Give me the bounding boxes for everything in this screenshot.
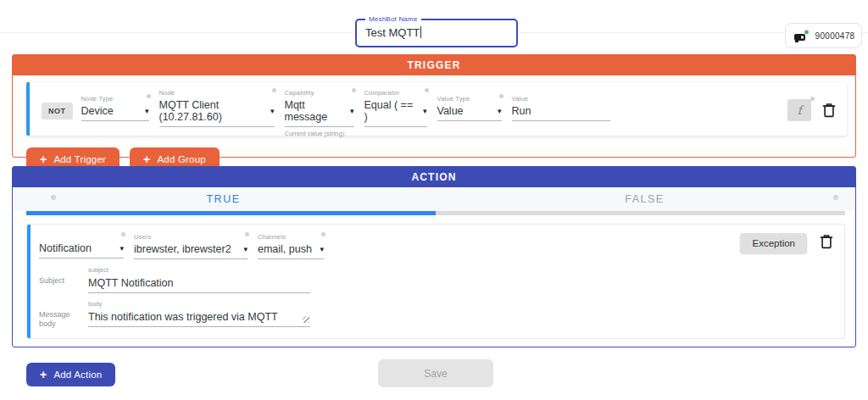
- tab-indicator-track: [26, 211, 845, 215]
- true-progress-fill: [26, 211, 436, 215]
- exception-button[interactable]: Exception: [740, 233, 807, 253]
- subject-row: Subject subject MQTT Notification: [39, 266, 310, 293]
- chevron-down-icon: ▾: [120, 245, 124, 253]
- hub-icon: [793, 29, 810, 43]
- add-action-button[interactable]: + Add Action: [26, 363, 115, 386]
- info-dot-icon: [321, 232, 326, 236]
- action-row-top: Notification▾ Users ibrewster, ibrewster…: [39, 231, 834, 259]
- channels-value: email, push: [258, 243, 312, 255]
- resize-handle-icon[interactable]: [303, 316, 309, 323]
- comparator-select[interactable]: Comparator Equal ( == )▾: [364, 89, 427, 127]
- trigger-row: NOT Node Type Device▾ Node MQTT Client (…: [26, 82, 847, 136]
- chevron-down-icon: ▾: [320, 246, 324, 253]
- body-row: Message body body This notification was …: [39, 300, 310, 330]
- subject-input[interactable]: subject MQTT Notification: [88, 266, 310, 293]
- body-value: This notification was triggered via MQTT: [88, 311, 278, 323]
- function-button[interactable]: f: [787, 99, 811, 121]
- plus-icon: +: [143, 153, 150, 165]
- chevron-down-icon: ▾: [350, 108, 354, 115]
- chevron-down-icon: ▾: [270, 108, 275, 115]
- info-dot-icon: [425, 88, 429, 92]
- node-value: MQTT Client (10.27.81.60): [159, 99, 265, 123]
- capability-value: Mqtt message: [285, 99, 345, 123]
- plus-icon: +: [40, 153, 47, 165]
- trash-icon: [819, 233, 834, 250]
- action-section-header: ACTION: [13, 167, 855, 187]
- meshbot-name-value: Test MQTT: [365, 26, 420, 39]
- info-dot-icon: [352, 88, 356, 92]
- trigger-section-header: TRIGGER: [13, 55, 855, 75]
- chevron-down-icon: ▾: [423, 108, 427, 115]
- trash-icon: [821, 102, 837, 119]
- plus-icon: +: [40, 369, 47, 381]
- controller-serial: 90000478: [815, 31, 855, 41]
- text-cursor: [420, 26, 421, 38]
- subject-side-label: Subject: [39, 266, 78, 293]
- action-row-accent-bar: [27, 225, 31, 338]
- not-toggle-button[interactable]: NOT: [42, 103, 73, 119]
- info-dot-icon: [51, 195, 56, 200]
- tab-true[interactable]: TRUE: [13, 187, 434, 211]
- action-type-value: Notification: [39, 242, 92, 254]
- info-dot-icon: [245, 232, 249, 236]
- current-value-hint: Current value (string):: [285, 130, 347, 137]
- info-dot-icon: [121, 232, 125, 236]
- node-select[interactable]: Node MQTT Client (10.27.81.60)▾: [159, 89, 275, 127]
- save-button[interactable]: Save: [378, 359, 493, 387]
- channels-select[interactable]: Channels email, push▾: [258, 233, 324, 259]
- value-input[interactable]: Value Run: [512, 95, 610, 121]
- value-type-value: Value: [437, 105, 464, 117]
- info-dot-icon: [147, 94, 151, 98]
- action-tabs: TRUE FALSE: [13, 187, 855, 211]
- info-dot-icon: [810, 97, 815, 101]
- trigger-row-accent-bar: [26, 82, 30, 136]
- info-dot-icon: [272, 88, 276, 92]
- chevron-down-icon: ▾: [498, 108, 502, 115]
- subject-value: MQTT Notification: [88, 277, 310, 293]
- capability-select[interactable]: Capability Mqtt message▾ Current value (…: [285, 89, 354, 127]
- meshbot-name-input[interactable]: MeshBot Name Test MQTT: [355, 19, 518, 47]
- action-row: Notification▾ Users ibrewster, ibrewster…: [26, 224, 845, 339]
- chevron-down-icon: ▾: [145, 108, 149, 115]
- delete-trigger-button[interactable]: [821, 102, 837, 119]
- trigger-section: TRIGGER NOT Node Type Device▾ Node MQTT …: [12, 54, 856, 158]
- body-side-label: Message body: [39, 300, 78, 330]
- body-textarea[interactable]: body This notification was triggered via…: [88, 300, 310, 330]
- chevron-down-icon: ▾: [243, 246, 248, 253]
- action-type-select[interactable]: Notification▾: [39, 233, 124, 258]
- value-type-select[interactable]: Value Type Value▾: [437, 95, 502, 121]
- node-type-value: Device: [81, 105, 114, 117]
- users-select[interactable]: Users ibrewster, ibrewster2▾: [134, 233, 248, 259]
- delete-action-button[interactable]: [819, 233, 834, 250]
- info-dot-icon: [833, 195, 838, 200]
- controller-button[interactable]: 90000478: [785, 23, 862, 48]
- users-value: ibrewster, ibrewster2: [134, 243, 231, 255]
- value-input-text: Run: [512, 105, 531, 117]
- meshbot-name-label: MeshBot Name: [365, 15, 421, 23]
- info-dot-icon: [499, 94, 504, 98]
- meshbot-editor-page: MeshBot Name Test MQTT 90000478 TRIGGER …: [0, 0, 868, 400]
- node-type-select[interactable]: Node Type Device▾: [81, 95, 149, 121]
- action-section: ACTION TRUE FALSE Notification▾ Users ib…: [12, 166, 856, 347]
- tab-false[interactable]: FALSE: [434, 187, 855, 211]
- comparator-value: Equal ( == ): [364, 99, 418, 123]
